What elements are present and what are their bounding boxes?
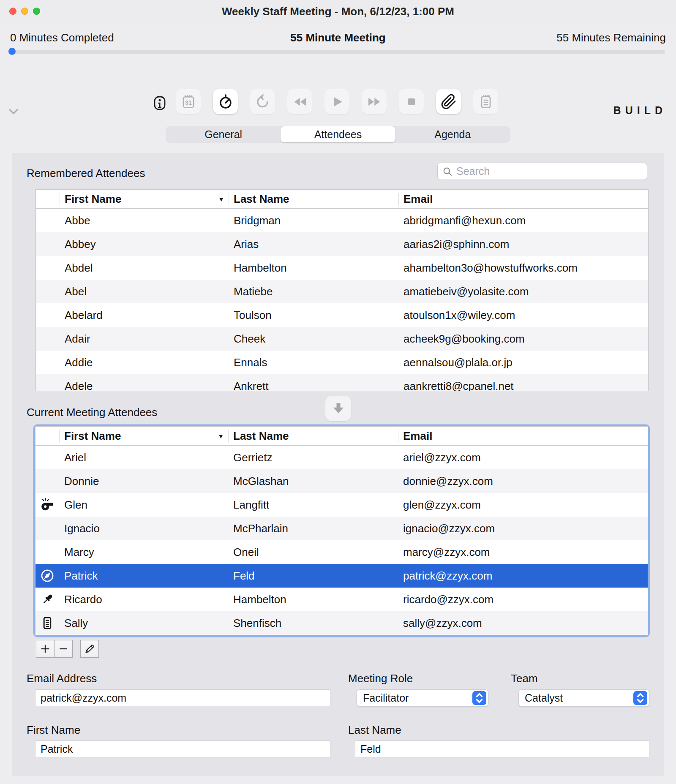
tab-general[interactable]: General	[166, 126, 281, 142]
fast-forward-button[interactable]	[362, 89, 387, 114]
table-row[interactable]: AbdelHambeltonahambelton3o@howstuffworks…	[36, 256, 648, 280]
meeting-progress-section: 0 Minutes Completed 55 Minute Meeting 55…	[0, 23, 676, 60]
row-icon-cell	[35, 568, 59, 583]
last-name-field[interactable]	[355, 740, 649, 757]
table-row[interactable]: AbbeBridgmanabridgmanfi@hexun.com	[36, 209, 648, 232]
tab-agenda[interactable]: Agenda	[395, 126, 510, 142]
table-row[interactable]: SallyShenfischsally@zzyx.com	[35, 611, 648, 635]
plus-icon	[39, 643, 51, 655]
last-name-cell: McGlashan	[228, 475, 398, 488]
search-input[interactable]	[456, 165, 643, 177]
remove-attendee-button[interactable]	[54, 640, 73, 658]
timer-button[interactable]	[213, 89, 238, 114]
info-icon[interactable]	[151, 94, 168, 112]
last-name-cell: Oneil	[228, 546, 398, 559]
first-name-cell: Sally	[59, 617, 228, 630]
sort-descending-icon: ▼	[218, 196, 224, 203]
table-row[interactable]: AbbeyAriasaarias2i@sphinn.com	[36, 232, 648, 256]
column-header-email[interactable]: Email	[398, 190, 648, 208]
last-name-cell: Langfitt	[228, 498, 398, 512]
remembered-attendees-table: First Name▼Last NameEmailAbbeBridgmanabr…	[35, 189, 649, 391]
table-row[interactable]: RicardoHambeltonricardo@zzyx.com	[35, 588, 648, 611]
search-icon	[442, 166, 453, 177]
first-name-cell: Ariel	[59, 451, 228, 464]
column-header-email[interactable]: Email	[398, 427, 648, 445]
move-down-button[interactable]	[325, 396, 351, 421]
reset-button[interactable]	[250, 89, 275, 114]
table-row[interactable]: AbelMatiebeamatiebeiv@yolasite.com	[36, 280, 648, 303]
table-row[interactable]: MarcyOneilmarcy@zzyx.com	[35, 540, 648, 564]
play-icon	[329, 94, 345, 110]
email-address-label: Email Address	[27, 672, 97, 685]
whistle-icon	[40, 497, 55, 512]
last-name-cell: Hambelton	[228, 593, 398, 606]
add-attendee-button[interactable]	[36, 640, 55, 658]
meeting-role-popup[interactable]: Facilitator	[357, 689, 488, 707]
calendar-icon: 31	[180, 94, 196, 110]
compass-icon	[40, 568, 55, 583]
chevron-down-icon[interactable]	[7, 105, 20, 118]
column-header-last-name[interactable]: Last Name	[228, 427, 398, 445]
rewind-icon	[292, 94, 308, 110]
row-icon-cell	[35, 592, 59, 607]
calendar-button[interactable]: 31	[176, 89, 201, 114]
play-button[interactable]	[324, 89, 349, 114]
team-value: Catalyst	[525, 692, 633, 704]
note-icon	[40, 615, 55, 631]
paperclip-icon	[441, 94, 457, 110]
email-address-field[interactable]	[35, 689, 330, 706]
first-name-cell: Patrick	[59, 569, 228, 583]
table-row[interactable]: AbelardToulsonatoulson1x@wiley.com	[36, 303, 648, 327]
email-cell: marcy@zzyx.com	[398, 546, 648, 559]
icon-column-header	[36, 190, 60, 208]
first-name-field[interactable]	[35, 740, 330, 757]
email-cell: ricardo@zzyx.com	[398, 593, 648, 606]
table-row[interactable]: PatrickFeldpatrick@zzyx.com	[35, 564, 648, 588]
rewind-button[interactable]	[287, 89, 312, 114]
meeting-role-value: Facilitator	[363, 692, 472, 704]
column-header-first-name[interactable]: First Name▼	[60, 190, 229, 208]
last-name-cell: Ankrett	[229, 380, 398, 392]
email-cell: abridgmanfi@hexun.com	[398, 214, 648, 227]
table-header-row: First Name▼Last NameEmail	[36, 190, 648, 209]
table-row[interactable]: AdeleAnkrettaankretti8@cpanel.net	[36, 374, 648, 391]
email-cell: ariel@zzyx.com	[398, 451, 648, 464]
table-row[interactable]: GlenLangfittglen@zzyx.com	[35, 493, 648, 517]
table-body: ArielGerrietzariel@zzyx.comDonnieMcGlash…	[35, 446, 648, 635]
table-row[interactable]: DonnieMcGlashandonnie@zzyx.com	[35, 469, 648, 493]
row-icon-cell	[35, 497, 59, 512]
current-attendees-table: First Name▼Last NameEmailArielGerrietzar…	[35, 426, 648, 635]
notes-button[interactable]	[473, 89, 498, 114]
reset-icon	[255, 94, 271, 110]
first-name-cell: Abbey	[60, 238, 229, 251]
table-header-row: First Name▼Last NameEmail	[35, 427, 648, 446]
table-body: AbbeBridgmanabridgmanfi@hexun.comAbbeyAr…	[36, 209, 648, 391]
current-attendees-title: Current Meeting Attendees	[27, 406, 157, 419]
first-name-cell: Marcy	[59, 546, 228, 559]
edit-attendee-button[interactable]	[80, 640, 99, 658]
email-cell: ahambelton3o@howstuffworks.com	[398, 261, 648, 275]
column-header-first-name[interactable]: First Name▼	[59, 427, 228, 445]
progress-thumb[interactable]	[8, 48, 16, 55]
first-name-cell: Abbe	[60, 214, 229, 227]
first-name-cell: Adele	[60, 380, 229, 392]
stop-button[interactable]	[399, 89, 424, 114]
email-cell: aarias2i@sphinn.com	[398, 238, 648, 251]
table-row[interactable]: AddieEnnalsaennalsou@plala.or.jp	[36, 351, 648, 374]
timer-icon	[218, 94, 234, 110]
team-popup[interactable]: Catalyst	[518, 689, 649, 707]
last-name-cell: Matiebe	[229, 285, 398, 298]
table-row[interactable]: AdairCheekacheek9g@booking.com	[36, 327, 648, 351]
table-row[interactable]: IgnacioMcPharlainignacio@zzyx.com	[35, 517, 648, 540]
search-field[interactable]	[437, 163, 647, 180]
table-row[interactable]: ArielGerrietzariel@zzyx.com	[35, 446, 648, 469]
column-header-last-name[interactable]: Last Name	[229, 190, 398, 208]
tab-attendees[interactable]: Attendees	[281, 126, 395, 142]
email-cell: atoulson1x@wiley.com	[398, 309, 648, 322]
icon-column-header	[35, 427, 59, 445]
last-name-cell: McPharlain	[228, 522, 398, 535]
last-name-cell: Toulson	[229, 309, 398, 322]
paperclip-button[interactable]	[436, 89, 461, 114]
last-name-cell: Arias	[229, 238, 398, 251]
remembered-attendees-title: Remembered Attendees	[27, 167, 145, 180]
